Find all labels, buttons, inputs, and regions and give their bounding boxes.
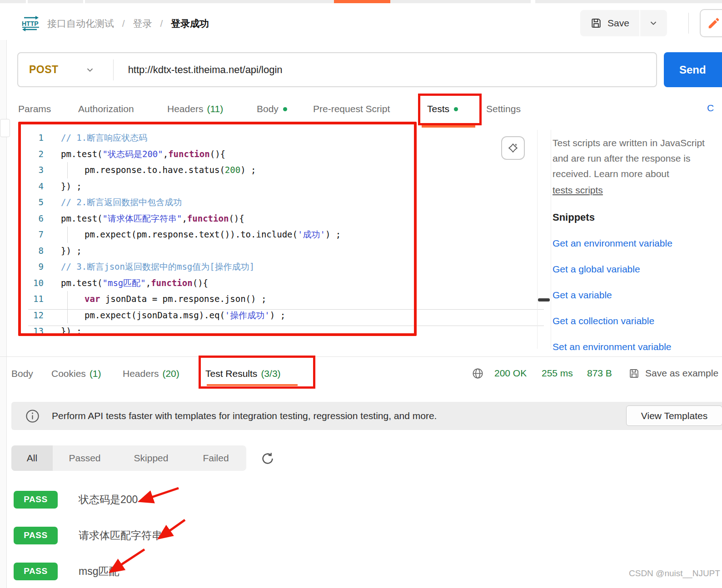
code-token: pm.expect(jsonData.msg).eq( [85, 307, 225, 324]
line-number: 9 [21, 259, 44, 275]
code-token: "状态码是200" [103, 146, 163, 163]
breadcrumb-folder[interactable]: 登录 [133, 18, 152, 29]
line-number: 4 [21, 178, 44, 195]
filter-failed[interactable]: Failed [185, 445, 246, 471]
code-line-12: 12pm.expect(jsonData.msg).eq('操作成功') ; [21, 307, 534, 324]
code-token: pm.expect(pm.response.text()).to.include… [85, 227, 298, 243]
filter-all[interactable]: All [11, 445, 53, 471]
test-result-row: PASS请求体匹配字符串 [14, 526, 162, 544]
view-templates-button[interactable]: View Templates [626, 405, 722, 426]
tests-scripts-link[interactable]: tests scripts [553, 183, 603, 198]
response-tab-cookies[interactable]: Cookies(1) [51, 367, 101, 380]
snippet-set-an-environment-variable[interactable]: Set an environment variable [553, 341, 672, 352]
tab-body[interactable]: Body [257, 102, 287, 116]
svg-text:HTTP: HTTP [22, 20, 39, 27]
breadcrumb-collection[interactable]: 接口自动化测试 [47, 18, 114, 29]
chevron-down-icon[interactable] [85, 65, 95, 75]
edit-request-button[interactable] [700, 9, 722, 37]
url-input[interactable]: http://kdtx-test.itheima.net/api/login [128, 64, 283, 76]
tab-pre-request-script[interactable]: Pre-request Script [313, 102, 390, 116]
code-text: }) ; [44, 243, 82, 259]
tab-params[interactable]: Params [18, 102, 51, 116]
response-tab-headers[interactable]: Headers(20) [123, 367, 179, 380]
active-tab-indicator [334, 0, 390, 3]
response-time[interactable]: 255 ms [542, 366, 573, 380]
templates-banner: Perform API tests faster with templates … [11, 402, 722, 430]
tests-active-underline [422, 125, 475, 128]
snippet-get-an-environment-variable[interactable]: Get an environment variable [553, 238, 672, 249]
tab-settings[interactable]: Settings [486, 102, 521, 116]
code-token: }) ; [61, 323, 82, 340]
editor-panel-divider [551, 130, 551, 349]
indent-guide [61, 307, 85, 324]
code-text: var jsonData = pm.response.json() ; [44, 291, 266, 307]
method-selector[interactable]: POST [29, 64, 59, 76]
code-text: // 2.断言返回数据中包含成功 [44, 194, 182, 211]
code-token: function [168, 146, 210, 163]
snippet-get-a-variable[interactable]: Get a variable [553, 290, 612, 301]
code-line-5: 5// 2.断言返回数据中包含成功 [21, 194, 534, 211]
response-size[interactable]: 873 B [587, 366, 612, 380]
code-text: // 3.断言json返回数据中的msg值为[操作成功] [44, 259, 254, 275]
code-token: (){ [229, 211, 244, 227]
code-token: jsonData = pm.response.json() ; [100, 291, 266, 307]
filter-skipped[interactable]: Skipped [117, 445, 185, 471]
tab-count-badge: (20) [162, 368, 179, 379]
save-as-example-button[interactable]: Save as example [645, 366, 721, 380]
postbot-button[interactable] [501, 136, 525, 160]
banner-text: Perform API tests faster with templates … [52, 410, 437, 421]
save-response-icon [628, 366, 640, 380]
filter-passed[interactable]: Passed [53, 445, 117, 471]
sidebar-toggle[interactable] [0, 119, 10, 137]
window-tab-strip [0, 0, 722, 3]
postbot-sparkle-icon [507, 142, 519, 154]
test-result-row: PASS状态码是200 [14, 490, 138, 509]
test-result-label: 请求体匹配字符串 [79, 529, 162, 543]
code-token: ) ; [325, 227, 341, 243]
cookies-link[interactable]: C [707, 103, 714, 114]
code-token: ) ; [270, 307, 285, 324]
line-number: 2 [21, 146, 44, 163]
response-tab-test-results[interactable]: Test Results(3/3) [205, 367, 281, 380]
code-token: var [85, 291, 100, 307]
breadcrumb-separator: / [160, 18, 163, 29]
code-line-10: 10pm.test("msg匹配",function(){ [21, 275, 534, 292]
tab-authorization[interactable]: Authorization [78, 102, 134, 116]
tab-label: Headers [123, 368, 159, 379]
code-token: // 3.断言json返回数据中的msg值为[操作成功] [61, 259, 254, 275]
globe-icon [472, 367, 484, 380]
send-button[interactable]: Send [664, 52, 722, 87]
code-token: pm.test( [61, 275, 103, 292]
code-text: pm.expect(pm.response.text()).to.include… [44, 227, 341, 243]
tests-script-editor[interactable]: 1// 1.断言响应状态码2pm.test("状态码是200",function… [21, 130, 534, 341]
status-badge[interactable]: 200 OK [494, 366, 527, 380]
save-icon [590, 17, 602, 29]
code-token: "msg匹配" [103, 275, 146, 292]
save-button-group: Save [580, 10, 667, 36]
tab-dot-indicator [283, 107, 287, 111]
save-options-button[interactable] [640, 10, 667, 36]
help-text-line: and are run after the response is [553, 151, 722, 166]
tab-label: Settings [486, 104, 521, 114]
code-line-6: 6pm.test("请求体匹配字符串",function(){ [21, 211, 534, 227]
tab-count-badge: (1) [90, 368, 101, 379]
response-tab-body[interactable]: Body [11, 367, 33, 380]
code-token: pm.response.to.have.status( [85, 162, 225, 178]
tab-tests[interactable]: Tests [427, 102, 458, 116]
snippet-get-a-collection-variable[interactable]: Get a collection variable [553, 316, 654, 326]
tests-help-panel: Test scripts are written in JavaScript a… [553, 135, 722, 198]
save-button[interactable]: Save [580, 10, 639, 36]
code-token: }) ; [61, 243, 82, 259]
code-token: , [146, 275, 151, 292]
http-request-icon: HTTP [20, 15, 41, 33]
code-token: 200 [225, 162, 240, 178]
code-token: "请求体匹配字符串" [103, 211, 182, 227]
app-window: HTTP 接口自动化测试 / 登录 / 登录成功 Save [0, 0, 722, 588]
editor-scrollbar-thumb[interactable] [538, 298, 550, 301]
snippet-get-a-global-variable[interactable]: Get a global variable [553, 264, 640, 275]
code-text: pm.test("msg匹配",function(){ [44, 275, 208, 292]
tab-headers[interactable]: Headers(11) [167, 102, 223, 116]
refresh-icon[interactable] [260, 451, 275, 466]
network-info[interactable] [472, 366, 484, 380]
watermark: CSDN @nuist__NJUPT [629, 568, 720, 578]
